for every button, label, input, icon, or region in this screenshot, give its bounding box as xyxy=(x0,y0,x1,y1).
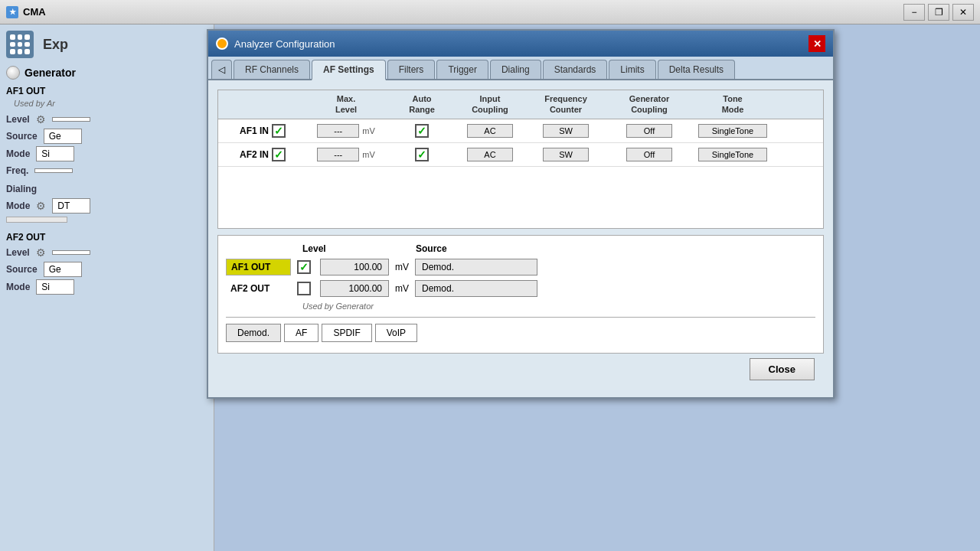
level-col-header: Level xyxy=(302,243,410,254)
analyzer-config-dialog: Analyzer Configuration ✕ ◁ RF Channels A… xyxy=(207,29,835,399)
af1-tone-mode-dropdown[interactable]: SingleTone xyxy=(698,124,767,138)
tab-bar: ◁ RF Channels AF Settings Filters Trigge… xyxy=(208,57,833,80)
af-output-section: Level Source AF1 OUT mV AF2 OUT mV Used … xyxy=(217,235,824,354)
spdif-tab[interactable]: SPDIF xyxy=(322,324,371,342)
tab-dialing[interactable]: Dialing xyxy=(490,60,541,79)
close-window-button[interactable]: ✕ xyxy=(952,4,974,21)
tone-mode-header: ToneMode xyxy=(694,93,771,116)
tab-filters[interactable]: Filters xyxy=(387,60,436,79)
tab-left-nav[interactable]: ◁ xyxy=(211,60,232,79)
source-col-header: Source xyxy=(416,243,447,254)
table-row: AF2 IN mV AC SW Off xyxy=(218,143,823,167)
af1-auto-range-checkbox[interactable] xyxy=(415,124,429,138)
dialog-close-button[interactable]: ✕ xyxy=(808,35,825,52)
af2-out-row: AF2 OUT mV xyxy=(226,280,815,297)
dialog-icon xyxy=(216,37,228,50)
level-label: Level xyxy=(6,112,30,126)
af1-in-checkbox[interactable] xyxy=(272,124,286,138)
dialing-mode-label: Mode xyxy=(6,199,30,213)
generator-coupling-header: GeneratorCoupling xyxy=(607,93,691,116)
freq-field[interactable] xyxy=(34,168,73,173)
tab-limits[interactable]: Limits xyxy=(609,60,655,79)
af1-out-sidebar-label: AF1 OUT xyxy=(6,86,45,96)
used-by-generator-label: Used by Generator xyxy=(226,302,815,311)
freq-label: Freq. xyxy=(6,164,28,178)
level2-field[interactable] xyxy=(52,250,90,255)
tab-trigger[interactable]: Trigger xyxy=(436,60,488,79)
af1-out-checkbox[interactable] xyxy=(297,260,311,274)
af2-frequency-counter-dropdown[interactable]: SW xyxy=(543,148,589,161)
af1-in-label: AF1 IN xyxy=(240,126,269,136)
used-by-label: Used by Ar xyxy=(6,99,207,108)
af2-out-label: AF2 OUT xyxy=(226,281,291,296)
mode2-label: Mode xyxy=(6,280,30,294)
level-field[interactable] xyxy=(52,117,90,122)
minimize-button[interactable]: − xyxy=(903,4,925,21)
table-empty-space xyxy=(218,167,823,228)
dialing-input[interactable] xyxy=(6,217,67,223)
app-header-title: Exp xyxy=(43,37,68,53)
mode-field[interactable]: Si xyxy=(36,146,74,161)
window-controls: − ❐ ✕ xyxy=(903,4,974,21)
af2-out-sidebar-label: AF2 OUT xyxy=(6,232,207,243)
dialing-label: Dialing xyxy=(6,182,37,196)
af2-auto-range-checkbox[interactable] xyxy=(415,148,429,161)
source2-label: Source xyxy=(6,262,38,276)
dialing-gear-icon[interactable]: ⚙ xyxy=(36,200,46,212)
app-icon: ★ xyxy=(6,6,18,18)
level2-label: Level xyxy=(6,246,30,259)
app-title: CMA xyxy=(23,6,46,18)
af1-generator-coupling-dropdown[interactable]: Off xyxy=(626,124,672,138)
dialing-mode-field[interactable]: DT xyxy=(52,198,90,214)
mode2-field[interactable]: Si xyxy=(36,279,74,295)
tab-rf-channels[interactable]: RF Channels xyxy=(234,60,310,79)
dialog-footer: Close xyxy=(217,354,824,388)
af1-out-unit: mV xyxy=(395,262,409,272)
af1-out-row: AF1 OUT mV xyxy=(226,259,815,276)
gear-icon[interactable]: ⚙ xyxy=(36,113,46,126)
tab-delta-results[interactable]: Delta Results xyxy=(658,60,735,79)
af-input-table: Max.Level AutoRange InputCoupling Freque… xyxy=(217,90,824,229)
demod-tab[interactable]: Demod. xyxy=(226,324,281,342)
af-tab[interactable]: AF xyxy=(284,324,318,342)
af2-out-source-input[interactable] xyxy=(415,280,537,297)
tab-af-settings[interactable]: AF Settings xyxy=(312,60,386,80)
source2-field[interactable]: Ge xyxy=(44,262,82,277)
af2-in-label: AF2 IN xyxy=(240,149,269,160)
auto-range-header: AutoRange xyxy=(391,93,452,116)
generator-status-dot xyxy=(6,66,20,80)
af1-frequency-counter-dropdown[interactable]: SW xyxy=(543,124,589,138)
app-grid-icon xyxy=(6,31,34,58)
max-level-header: Max.Level xyxy=(304,93,388,116)
af2-generator-coupling-dropdown[interactable]: Off xyxy=(626,148,672,161)
source-label: Source xyxy=(6,129,38,143)
input-coupling-header: InputCoupling xyxy=(456,93,524,116)
af1-input-coupling-dropdown[interactable]: AC xyxy=(467,124,513,138)
af1-out-label: AF1 OUT xyxy=(226,259,291,276)
mode-label: Mode xyxy=(6,147,30,161)
af2-out-level-input[interactable] xyxy=(320,280,389,297)
af1-max-level-input[interactable] xyxy=(317,124,359,138)
voip-tab[interactable]: VoIP xyxy=(375,324,417,342)
af2-in-checkbox[interactable] xyxy=(272,148,286,161)
signal-source-tabs: Demod. AF SPDIF VoIP xyxy=(226,317,815,345)
table-row: AF1 IN mV AC SW Off xyxy=(218,119,823,143)
dialog-titlebar: Analyzer Configuration ✕ xyxy=(208,31,833,57)
frequency-counter-header: FrequencyCounter xyxy=(528,93,604,116)
af2-tone-mode-dropdown[interactable]: SingleTone xyxy=(698,148,767,161)
source-field[interactable]: Ge xyxy=(44,129,82,144)
af1-out-level-input[interactable] xyxy=(320,259,389,276)
tab-standards[interactable]: Standards xyxy=(543,60,608,79)
af2-max-level-input[interactable] xyxy=(317,148,359,161)
close-button[interactable]: Close xyxy=(750,358,815,380)
dialog-title: Analyzer Configuration xyxy=(234,38,335,50)
af2-input-coupling-dropdown[interactable]: AC xyxy=(467,148,513,161)
gear2-icon[interactable]: ⚙ xyxy=(36,246,46,259)
af1-out-source-input[interactable] xyxy=(415,259,537,276)
af1-max-level-unit: mV xyxy=(362,126,375,135)
generator-label: Generator xyxy=(24,67,76,79)
af2-out-unit: mV xyxy=(395,283,409,294)
app-titlebar: ★ CMA − ❐ ✕ xyxy=(0,0,980,24)
af2-out-checkbox[interactable] xyxy=(297,282,311,295)
restore-button[interactable]: ❐ xyxy=(928,4,949,21)
